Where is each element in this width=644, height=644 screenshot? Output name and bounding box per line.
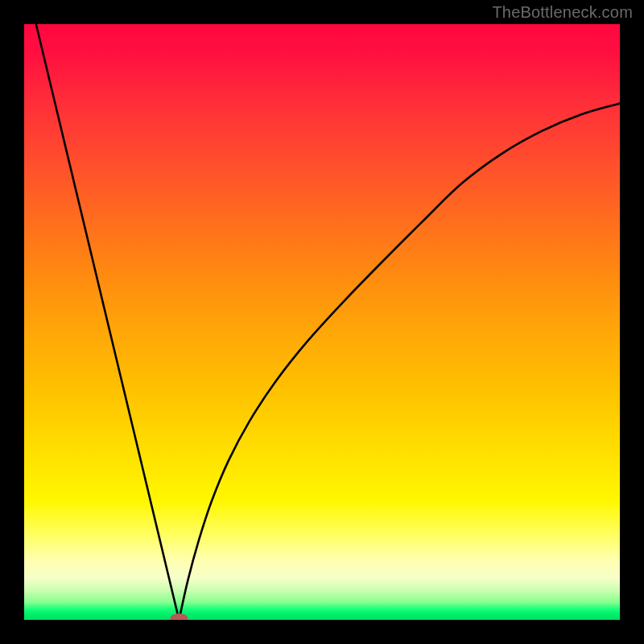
- watermark-text: TheBottleneck.com: [492, 3, 633, 22]
- plot-area: [24, 24, 620, 620]
- curve-right: [179, 103, 620, 620]
- bottleneck-curve: [24, 24, 620, 620]
- curve-left: [36, 24, 180, 620]
- chart-frame: TheBottleneck.com: [0, 0, 644, 644]
- marker-dot: [170, 613, 188, 620]
